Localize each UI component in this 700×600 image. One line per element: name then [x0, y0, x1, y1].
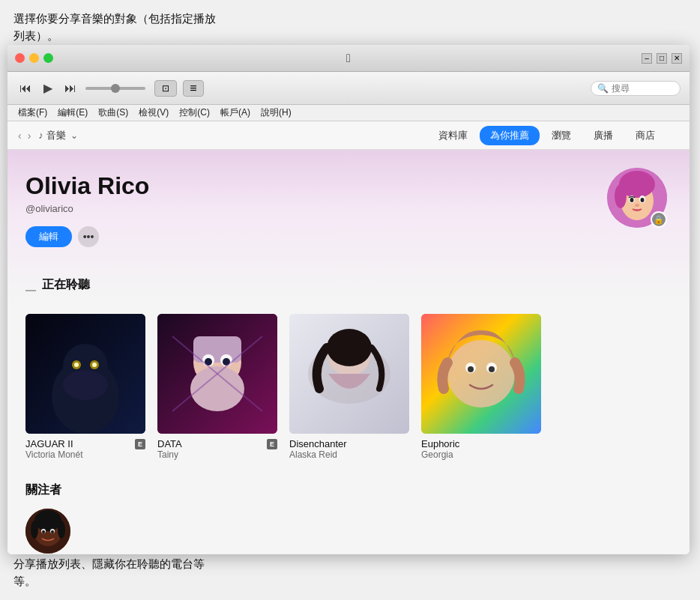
svg-point-35	[468, 366, 474, 372]
minimize-button[interactable]	[29, 53, 39, 63]
search-icon: 🔍	[597, 83, 609, 94]
search-box: 🔍	[591, 81, 681, 96]
album-title: Euphoric	[421, 438, 541, 449]
more-button[interactable]: •••	[78, 226, 99, 247]
airplay-icon: ⊡	[162, 83, 169, 94]
explicit-badge: E	[267, 439, 277, 449]
content-area[interactable]: Olivia Rico @oliviarico 編輯 •••	[7, 150, 690, 554]
svg-point-36	[489, 366, 495, 372]
svg-point-32	[447, 340, 515, 407]
profile-actions: 編輯 •••	[25, 226, 672, 247]
apple-logo-icon: 	[346, 52, 351, 64]
source-dropdown[interactable]: ⌄	[70, 130, 78, 141]
profile-section: Olivia Rico @oliviarico 編輯 •••	[7, 150, 690, 270]
edit-button[interactable]: 編輯	[25, 226, 72, 247]
tab-radio[interactable]: 廣播	[583, 126, 624, 145]
album-cover-euphoric	[421, 314, 541, 434]
album-artist: Tainy	[157, 449, 277, 460]
source-label: 音樂	[46, 129, 66, 142]
svg-point-7	[641, 198, 645, 202]
svg-point-6	[630, 198, 634, 202]
svg-point-45	[51, 530, 54, 533]
svg-point-16	[92, 363, 97, 367]
albums-grid: JAGUAR II E Victoria Monét	[25, 314, 672, 460]
search-input[interactable]	[612, 83, 675, 94]
lock-icon: 🔒	[651, 211, 667, 228]
album-item[interactable]: Euphoric Georgia	[421, 314, 541, 460]
svg-point-41	[58, 521, 65, 539]
lock-symbol: 🔒	[654, 215, 664, 225]
album-artist: Georgia	[421, 449, 541, 460]
nav-back-button[interactable]: ‹	[16, 128, 23, 143]
tooltip-bottom-text: 分享播放列表、隱藏你在聆聽的電台等等。	[13, 557, 205, 587]
title-bar:  – □ ✕	[7, 45, 690, 72]
maximize-button[interactable]	[43, 53, 53, 63]
list-icon: ≡	[190, 82, 196, 95]
svg-point-30	[327, 329, 372, 366]
album-item[interactable]: JAGUAR II E Victoria Monét	[25, 314, 145, 460]
album-title: JAGUAR II E	[25, 438, 145, 449]
svg-point-15	[74, 363, 79, 367]
title-bar-right: – □ ✕	[642, 53, 682, 64]
progress-thumb	[111, 84, 120, 93]
listening-section: 正在聆聽	[7, 270, 690, 475]
svg-point-3	[615, 184, 627, 208]
menu-help[interactable]: 說明(H)	[256, 105, 296, 121]
followers-section-title: 關注者	[25, 482, 672, 498]
title-bar-center: 	[346, 52, 351, 65]
menu-account[interactable]: 帳戶(A)	[216, 105, 255, 121]
tooltip-top-text: 選擇你要分享音樂的對象（包括指定播放列表）。	[13, 12, 216, 42]
avatar-container: 🔒	[607, 168, 667, 228]
album-title: DATA E	[157, 438, 277, 449]
tab-store[interactable]: 商店	[625, 126, 666, 145]
transport-bar: ⏮ ▶ ⏭ ⊡ ≡ 🔍	[7, 72, 690, 105]
play-button[interactable]: ▶	[40, 79, 55, 97]
profile-name: Olivia Rico	[25, 172, 672, 200]
album-item[interactable]: Disenchanter Alaska Reid	[289, 314, 409, 460]
close-button[interactable]	[15, 53, 25, 63]
music-note-icon: ♪	[38, 130, 43, 141]
tab-browse[interactable]: 瀏覽	[541, 126, 582, 145]
followers-section: 關注者	[7, 475, 690, 554]
album-item[interactable]: DATA E Tainy	[157, 314, 277, 460]
minimize-win-btn[interactable]: –	[642, 53, 652, 64]
album-artist: Alaska Reid	[289, 449, 409, 460]
album-title: Disenchanter	[289, 438, 409, 449]
album-cover-jaguar	[25, 314, 145, 434]
nav-bar: ‹ › ♪ 音樂 ⌄ 資料庫 為你推薦 瀏覽 廣播 商店	[7, 121, 690, 150]
menu-bar: 檔案(F) 編輯(E) 歌曲(S) 檢視(V) 控制(C) 帳戶(A) 說明(H…	[7, 105, 690, 121]
nav-forward-button[interactable]: ›	[26, 128, 33, 143]
menu-file[interactable]: 檔案(F)	[13, 105, 52, 121]
progress-slider[interactable]	[85, 87, 145, 90]
nav-tabs: 資料庫 為你推薦 瀏覽 廣播 商店	[428, 126, 666, 145]
itunes-window:  – □ ✕ ⏮ ▶ ⏭ ⊡ ≡ 🔍 檔案(F) 編輯(E) 歌曲(S) 檢視…	[7, 45, 690, 554]
follower-avatar[interactable]	[25, 509, 672, 554]
svg-point-40	[31, 521, 38, 539]
explicit-badge: E	[135, 439, 145, 449]
section-separator	[25, 290, 36, 291]
restore-win-btn[interactable]: □	[657, 53, 667, 64]
list-view-button[interactable]: ≡	[183, 80, 204, 97]
svg-rect-19	[193, 336, 241, 363]
nav-arrows: ‹ ›	[16, 128, 32, 143]
svg-point-44	[42, 530, 45, 533]
profile-handle: @oliviarico	[25, 203, 672, 214]
album-cover-data	[157, 314, 277, 434]
follower-avatar-image	[25, 509, 70, 554]
close-win-btn[interactable]: ✕	[672, 53, 682, 64]
airplay-button[interactable]: ⊡	[154, 80, 177, 97]
menu-edit[interactable]: 編輯(E)	[53, 105, 92, 121]
album-cover-disenchanter	[289, 314, 409, 434]
menu-view[interactable]: 檢視(V)	[134, 105, 173, 121]
tab-for-you[interactable]: 為你推薦	[480, 126, 540, 145]
window-controls	[15, 53, 53, 63]
rewind-button[interactable]: ⏮	[16, 80, 34, 97]
svg-point-8	[635, 204, 639, 207]
album-artist: Victoria Monét	[25, 449, 145, 460]
forward-button[interactable]: ⏭	[61, 80, 79, 97]
menu-control[interactable]: 控制(C)	[175, 105, 214, 121]
menu-song[interactable]: 歌曲(S)	[94, 105, 133, 121]
svg-point-39	[34, 510, 61, 531]
tab-library[interactable]: 資料庫	[428, 126, 478, 145]
svg-point-12	[63, 370, 108, 400]
